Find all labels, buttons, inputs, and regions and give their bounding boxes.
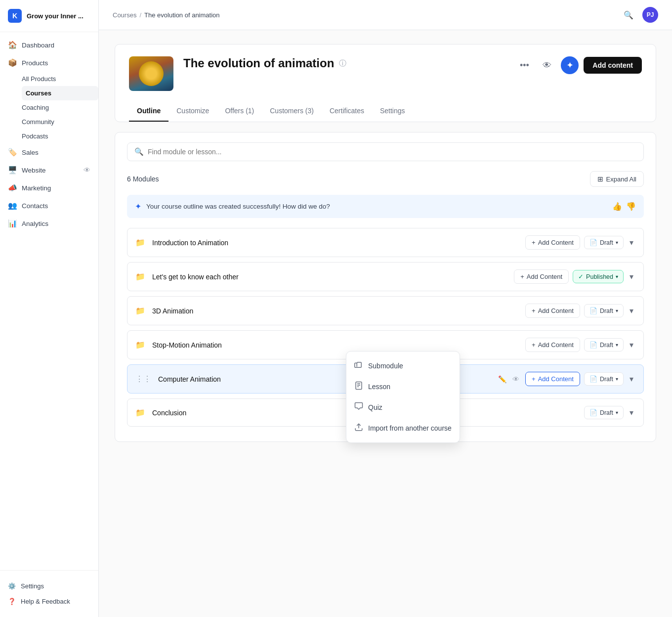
plus-icon-4: + — [532, 341, 536, 349]
status-badge-3[interactable]: 📄 Draft ▾ — [584, 304, 624, 317]
module-name-3: 3D Animation — [152, 307, 520, 315]
success-message: Your course outline was created successf… — [146, 203, 607, 210]
module-name-1: Introduction to Animation — [152, 239, 520, 247]
expand-all-button[interactable]: ⊞ Expand All — [590, 171, 644, 187]
sidebar-item-community[interactable]: Community — [22, 115, 98, 129]
sidebar-footer: ⚙️ Settings ❓ Help & Feedback — [0, 570, 98, 617]
chevron-down-icon-2: ▾ — [616, 274, 618, 279]
folder-icon-3: 📁 — [135, 306, 145, 315]
tab-customize[interactable]: Customize — [168, 101, 217, 122]
sidebar-item-sales[interactable]: 🏷️ Sales — [0, 143, 98, 161]
sidebar-item-dashboard[interactable]: 🏠 Dashboard — [0, 36, 98, 54]
doc-icon-6: 📄 — [589, 409, 597, 416]
dropdown-label-lesson: Lesson — [368, 383, 390, 391]
add-content-btn-1[interactable]: + Add Content — [525, 235, 580, 250]
expand-btn-6[interactable]: ▾ — [628, 406, 635, 419]
dropdown-item-import[interactable]: Import from another course — [346, 418, 460, 439]
breadcrumb-root[interactable]: Courses — [113, 11, 136, 19]
drag-handle-5[interactable]: ⋮⋮ — [135, 374, 151, 384]
course-thumbnail — [129, 56, 173, 91]
chevron-down-icon-1: ▾ — [616, 240, 618, 245]
expand-btn-1[interactable]: ▾ — [628, 236, 635, 249]
sidebar-label-sales: Sales — [22, 149, 39, 156]
course-tabs: Outline Customize Offers (1) Customers (… — [129, 101, 642, 122]
expand-btn-5[interactable]: ▾ — [628, 372, 635, 386]
share-button[interactable]: ✦ — [561, 56, 579, 74]
plus-icon-5: + — [532, 375, 536, 383]
status-badge-5[interactable]: 📄 Draft ▾ — [584, 372, 624, 386]
expand-btn-4[interactable]: ▾ — [628, 338, 635, 352]
module-actions-2: + Add Content ✓ Published ▾ ▾ — [514, 269, 635, 284]
thumbs-down-button[interactable]: 👎 — [626, 202, 636, 211]
dropdown-item-quiz[interactable]: Quiz — [346, 397, 460, 418]
breadcrumb: Courses / The evolution of animation — [113, 11, 220, 19]
tab-offers[interactable]: Offers (1) — [217, 101, 262, 122]
sidebar-label-contacts: Contacts — [22, 202, 48, 210]
sidebar-item-all-products[interactable]: All Products — [22, 72, 98, 86]
sales-icon: 🏷️ — [8, 148, 17, 157]
course-header: The evolution of animation ⓘ ••• 👁 ✦ Add… — [115, 44, 656, 122]
dropdown-item-lesson[interactable]: Lesson — [346, 376, 460, 397]
dropdown-item-submodule[interactable]: Submodule — [346, 355, 460, 376]
footer-help[interactable]: ❓ Help & Feedback — [8, 594, 90, 609]
lesson-icon — [354, 381, 363, 392]
topbar-right: 🔍 PJ — [621, 7, 658, 23]
module-name-4: Stop-Motion Animation — [152, 341, 520, 349]
sidebar-item-products[interactable]: 📦 Products — [0, 54, 98, 72]
add-content-btn-4[interactable]: + Add Content — [525, 338, 580, 352]
tab-customers[interactable]: Customers (3) — [262, 101, 322, 122]
footer-settings[interactable]: ⚙️ Settings — [8, 578, 90, 594]
preview-button[interactable]: 👁 — [538, 56, 556, 74]
sidebar-label-website: Website — [22, 167, 46, 174]
sparkle-icon: ✦ — [135, 202, 141, 211]
doc-icon-5: 📄 — [589, 375, 597, 383]
status-badge-1[interactable]: 📄 Draft ▾ — [584, 236, 624, 249]
add-content-btn-3[interactable]: + Add Content — [525, 304, 580, 318]
module-row-3d: 📁 3D Animation + Add Content 📄 Draft ▾ ▾ — [127, 296, 644, 325]
expand-btn-3[interactable]: ▾ — [628, 304, 635, 317]
add-content-btn-2[interactable]: + Add Content — [514, 269, 569, 284]
sidebar-label-analytics: Analytics — [22, 220, 48, 227]
search-input[interactable] — [148, 148, 636, 156]
sidebar-item-marketing[interactable]: 📣 Marketing — [0, 179, 98, 197]
sidebar-item-analytics[interactable]: 📊 Analytics — [0, 215, 98, 232]
chevron-down-icon-4: ▾ — [616, 342, 618, 348]
add-content-btn-5[interactable]: + Add Content — [525, 372, 580, 386]
sidebar-item-contacts[interactable]: 👥 Contacts — [0, 197, 98, 215]
footer-help-label: Help & Feedback — [21, 598, 70, 605]
tab-settings[interactable]: Settings — [372, 101, 413, 122]
dropdown-label-submodule: Submodule — [368, 362, 403, 370]
import-icon — [354, 423, 363, 434]
brand-name: Grow your Inner ... — [27, 12, 84, 20]
folder-icon-2: 📁 — [135, 272, 145, 281]
more-options-button[interactable]: ••• — [515, 56, 533, 74]
edit-button-5[interactable]: ✏️ — [496, 373, 508, 385]
eye-button-5[interactable]: 👁 — [510, 373, 521, 385]
folder-icon-1: 📁 — [135, 238, 145, 247]
sidebar: K Grow your Inner ... 🏠 Dashboard 📦 Prod… — [0, 0, 99, 617]
status-badge-4[interactable]: 📄 Draft ▾ — [584, 338, 624, 352]
status-badge-6[interactable]: 📄 Draft ▾ — [584, 406, 624, 419]
doc-icon-3: 📄 — [589, 307, 597, 314]
sidebar-item-coaching[interactable]: Coaching — [22, 100, 98, 115]
search-button[interactable]: 🔍 — [621, 7, 636, 23]
module-name-2: Let's get to know each other — [152, 273, 509, 281]
add-content-button[interactable]: Add content — [584, 57, 642, 74]
search-bar: 🔍 — [127, 142, 644, 161]
search-icon: 🔍 — [134, 147, 144, 156]
thumbs-up-button[interactable]: 👍 — [612, 202, 622, 211]
course-title: The evolution of animation — [183, 56, 334, 70]
topbar: Courses / The evolution of animation 🔍 P… — [99, 0, 672, 30]
doc-icon-4: 📄 — [589, 341, 597, 349]
expand-btn-2[interactable]: ▾ — [628, 270, 635, 283]
sidebar-brand[interactable]: K Grow your Inner ... — [0, 0, 98, 32]
tab-outline[interactable]: Outline — [129, 101, 168, 122]
status-badge-2[interactable]: ✓ Published ▾ — [573, 270, 624, 283]
module-actions-1: + Add Content 📄 Draft ▾ ▾ — [525, 235, 635, 250]
tab-certificates[interactable]: Certificates — [322, 101, 372, 122]
sidebar-item-website[interactable]: 🖥️ Website 👁 — [0, 161, 98, 179]
sidebar-item-podcasts[interactable]: Podcasts — [22, 129, 98, 143]
sidebar-item-courses[interactable]: Courses — [22, 86, 98, 100]
info-icon[interactable]: ⓘ — [339, 59, 346, 68]
brand-logo: K — [8, 9, 22, 23]
